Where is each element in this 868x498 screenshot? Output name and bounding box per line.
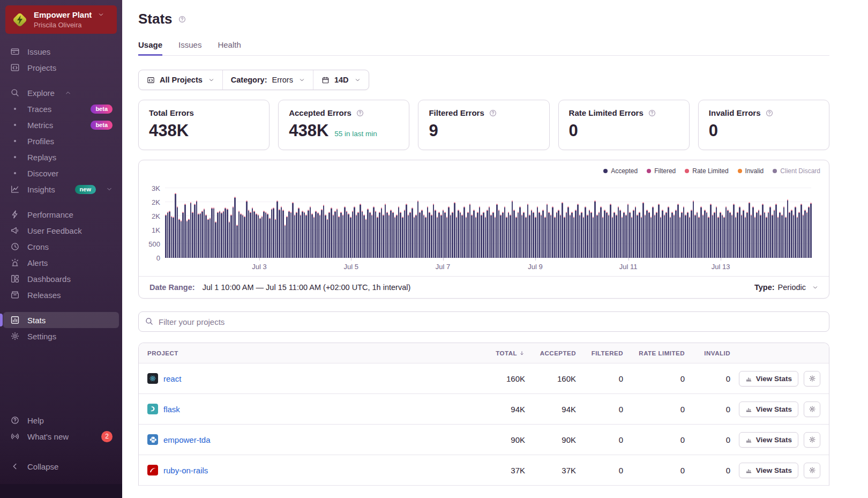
chart-bar[interactable]	[598, 212, 600, 258]
chart-bar[interactable]	[554, 217, 556, 258]
chart-bar[interactable]	[490, 214, 492, 258]
project-link[interactable]: empower-tda	[163, 435, 211, 444]
chart-bar[interactable]	[209, 218, 211, 258]
chart-bar[interactable]	[421, 210, 423, 258]
chart-bar[interactable]	[296, 212, 297, 258]
chart-bar[interactable]	[789, 212, 790, 258]
chart-bar[interactable]	[258, 214, 259, 258]
chart-bar[interactable]	[560, 214, 562, 258]
chart-bar[interactable]	[492, 212, 494, 258]
chart-bar[interactable]	[229, 221, 230, 258]
chart-bar[interactable]	[305, 214, 307, 258]
chart-bar[interactable]	[466, 217, 467, 258]
chart-bar[interactable]	[221, 212, 222, 258]
chart-bar[interactable]	[633, 210, 634, 258]
chart-bar[interactable]	[227, 209, 228, 258]
chart-bar[interactable]	[431, 214, 432, 258]
chart-bar[interactable]	[677, 204, 679, 258]
chart-bar[interactable]	[177, 206, 178, 258]
chart-bar[interactable]	[230, 214, 232, 258]
chart-bar[interactable]	[348, 213, 349, 258]
chart-bar[interactable]	[766, 217, 767, 258]
sidebar-item-traces[interactable]: Tracesbeta	[3, 101, 119, 117]
chart-bar[interactable]	[635, 206, 637, 258]
chart-bar[interactable]	[585, 206, 586, 258]
sidebar-item-whats-new[interactable]: What's new 2	[3, 428, 119, 444]
chart-bar[interactable]	[419, 212, 421, 258]
chart-bar[interactable]	[541, 214, 542, 258]
chart-bar[interactable]	[252, 207, 253, 258]
chart-bar[interactable]	[261, 216, 263, 258]
project-link[interactable]: ruby-on-rails	[163, 466, 208, 475]
chart-bar[interactable]	[593, 217, 594, 258]
chart-bar[interactable]	[785, 217, 787, 258]
chart-bar[interactable]	[354, 206, 355, 258]
chart-bar[interactable]	[629, 212, 631, 258]
chart-bar[interactable]	[275, 219, 276, 258]
chart-bar[interactable]	[558, 210, 559, 258]
chart-bar[interactable]	[253, 211, 255, 258]
chart-bar[interactable]	[429, 212, 430, 258]
chart-bar[interactable]	[315, 211, 317, 258]
chart-bar[interactable]	[238, 211, 240, 258]
chart-bar[interactable]	[587, 214, 588, 258]
chart-bar[interactable]	[579, 214, 581, 258]
chart-bar[interactable]	[448, 206, 450, 258]
chart-bar[interactable]	[619, 210, 621, 258]
org-switcher[interactable]: Empower Plant Priscila Oliveira	[5, 5, 117, 34]
chart-bar[interactable]	[797, 217, 798, 258]
chart-bar[interactable]	[727, 210, 729, 258]
chart-bar[interactable]	[710, 204, 712, 258]
chart-bar[interactable]	[276, 200, 278, 258]
page-help-icon[interactable]	[178, 15, 186, 24]
chart-bar[interactable]	[664, 214, 665, 258]
chart-bar[interactable]	[273, 207, 274, 258]
chart-bar[interactable]	[377, 217, 378, 258]
chart-bar[interactable]	[697, 212, 698, 258]
chart-bar[interactable]	[223, 211, 225, 258]
view-stats-button[interactable]: View Stats	[739, 432, 798, 448]
chart-bar[interactable]	[471, 214, 473, 258]
chart-bar[interactable]	[714, 212, 715, 258]
chart-bar[interactable]	[513, 210, 515, 258]
chart-bar[interactable]	[369, 212, 371, 258]
chart-bar[interactable]	[328, 212, 330, 258]
chart-bar[interactable]	[793, 214, 795, 258]
chart-bar[interactable]	[342, 214, 344, 258]
chart-bar[interactable]	[285, 225, 286, 258]
chart-bar[interactable]	[182, 212, 184, 258]
chart-bar[interactable]	[386, 212, 388, 258]
chart-bar[interactable]	[207, 219, 209, 258]
chart-bar[interactable]	[292, 202, 294, 258]
chart-bar[interactable]	[259, 218, 261, 258]
chart-bar[interactable]	[350, 217, 351, 258]
chart-bar[interactable]	[496, 204, 498, 258]
chart-bar[interactable]	[340, 212, 342, 258]
chart-bar[interactable]	[725, 206, 727, 258]
chart-bar[interactable]	[487, 210, 488, 258]
chart-bar[interactable]	[708, 217, 709, 258]
chart-bar[interactable]	[550, 214, 552, 258]
sidebar-item-issues[interactable]: Issues	[3, 43, 119, 60]
chart-bar[interactable]	[613, 212, 615, 258]
chart-bar[interactable]	[531, 210, 533, 258]
chart-bar[interactable]	[717, 217, 719, 258]
chart-bar[interactable]	[642, 202, 644, 258]
chart-bar[interactable]	[538, 212, 540, 258]
chart-bar[interactable]	[263, 211, 265, 258]
chart-bar[interactable]	[313, 217, 315, 258]
chart-bar[interactable]	[446, 217, 448, 258]
chart-bar[interactable]	[523, 212, 525, 258]
chart-bar[interactable]	[652, 206, 654, 258]
chart-bar[interactable]	[583, 217, 585, 258]
chart-bar[interactable]	[367, 209, 369, 258]
chart-bar[interactable]	[810, 203, 812, 258]
chart-bar[interactable]	[236, 225, 238, 258]
chart-bar[interactable]	[181, 220, 182, 258]
chart-bar[interactable]	[409, 212, 411, 258]
chart-bar[interactable]	[779, 212, 781, 258]
chart-bar[interactable]	[394, 217, 396, 258]
chart-bar[interactable]	[362, 211, 363, 258]
chart-bar[interactable]	[606, 212, 608, 258]
chart-bar[interactable]	[352, 211, 354, 258]
